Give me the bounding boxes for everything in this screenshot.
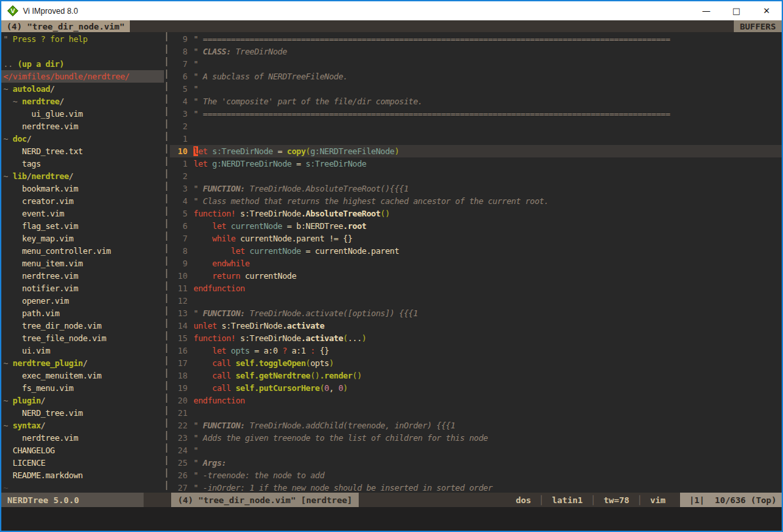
line-number: 1 (170, 133, 188, 145)
editor-line[interactable]: 5" (170, 83, 782, 95)
tree-item[interactable]: menu_controller.vim (1, 245, 164, 257)
editor-line[interactable]: 10 return currentNode (170, 270, 782, 282)
editor-line[interactable]: 14unlet s:TreeDirNode.activate (170, 319, 782, 332)
tab-tree-dir-node[interactable]: (4) "tree_dir_node.vim" (1, 20, 130, 32)
editor-line[interactable]: 6" A subclass of NERDTreeFileNode. (170, 70, 782, 83)
editor-line[interactable]: 26" -treenode: the node to add (170, 469, 782, 481)
editor-line[interactable]: 27" -inOrder: 1 if the new node should b… (170, 481, 782, 493)
editor-line[interactable]: 18 call self.getNerdtree().render() (170, 369, 782, 382)
tree-item[interactable]: ~ doc/ (1, 133, 164, 145)
tree-item[interactable]: CHANGELOG (1, 444, 164, 457)
tree-item[interactable]: .. (up a dir) (1, 58, 164, 70)
statusline-separator: │ (539, 495, 544, 505)
tree-item[interactable]: event.vim (1, 207, 164, 220)
editor-line[interactable]: 23" Adds the given treenode to the list … (170, 432, 782, 444)
editor-line[interactable]: 20endfunction (170, 394, 782, 407)
tree-root-item[interactable]: </vimfiles/bundle/nerdtree/ (1, 70, 164, 83)
editor-line[interactable]: 7" (170, 58, 782, 70)
editor-line[interactable]: 19 call self.putCursorHere(0, 0) (170, 382, 782, 394)
line-text: endfunction (188, 282, 245, 295)
tree-item[interactable]: notifier.vim (1, 282, 164, 295)
tree-item[interactable]: tree_dir_node.vim (1, 319, 164, 332)
line-number: 23 (170, 432, 188, 444)
tree-item[interactable]: bookmark.vim (1, 182, 164, 195)
editor-line[interactable]: 3" =====================================… (170, 108, 782, 120)
line-number: 9 (170, 33, 188, 45)
buffers-label: BUFFERS (734, 20, 782, 32)
tree-item[interactable]: tree_file_node.vim (1, 332, 164, 344)
tree-item[interactable]: ui.vim (1, 344, 164, 357)
window-separator[interactable] (164, 32, 170, 493)
editor-line[interactable]: 16 let opts = a:0 ? a:1 : {} (170, 344, 782, 357)
line-number: 2 (170, 120, 188, 133)
tree-item[interactable]: ~ (1, 481, 164, 493)
editor-line[interactable]: 2 (170, 170, 782, 182)
tree-item[interactable]: ~ nerdtree_plugin/ (1, 357, 164, 369)
tree-item[interactable]: nerdtree.vim (1, 270, 164, 282)
editor-line[interactable]: 15function! s:TreeDirNode.activate(...) (170, 332, 782, 344)
statusline-position-segment: |1| 10/636 (Top) (680, 493, 782, 507)
tree-item[interactable]: opener.vim (1, 295, 164, 307)
editor-line[interactable]: 8" CLASS: TreeDirNode (170, 45, 782, 58)
tree-item[interactable]: ~ syntax/ (1, 419, 164, 432)
line-number: 7 (170, 58, 188, 70)
statusline-separator: │ (637, 495, 643, 505)
editor-line[interactable]: 4" Class method that returns the highest… (170, 195, 782, 207)
tree-item[interactable]: nerdtree.vim (1, 432, 164, 444)
tree-item[interactable]: LICENCE (1, 457, 164, 469)
editor-line[interactable]: 1 (170, 133, 782, 145)
editor-line[interactable]: 12 (170, 295, 782, 307)
editor-line[interactable]: 8 let currentNode = currentNode.parent (170, 245, 782, 257)
tree-item[interactable]: creator.vim (1, 195, 164, 207)
tree-item[interactable]: path.vim (1, 307, 164, 319)
tree-item[interactable]: tags (1, 157, 164, 170)
line-text (188, 133, 193, 145)
editor-line[interactable]: 7 while currentNode.parent != {} (170, 232, 782, 245)
tree-item[interactable]: NERD_tree.txt (1, 145, 164, 157)
command-line[interactable] (1, 507, 782, 531)
editor-line-current[interactable]: 10let s:TreeDirNode = copy(g:NERDTreeFil… (170, 145, 782, 157)
editor-line[interactable]: 1let g:NERDTreeDirNode = s:TreeDirNode (170, 157, 782, 170)
statusline-info-segment: dos│latin1│tw=78│vim (359, 493, 673, 507)
tree-item[interactable]: fs_menu.vim (1, 382, 164, 394)
editor-line[interactable]: 9" =====================================… (170, 33, 782, 45)
minimize-button[interactable]: — (691, 1, 721, 20)
editor-line[interactable]: 25" Args: (170, 457, 782, 469)
tree-item[interactable] (1, 45, 164, 58)
tree-item[interactable]: menu_item.vim (1, 257, 164, 270)
editor-line[interactable]: 5function! s:TreeDirNode.AbsoluteTreeRoo… (170, 207, 782, 220)
editor-line[interactable]: 3" FUNCTION: TreeDirNode.AbsoluteTreeRoo… (170, 182, 782, 195)
statusline-nerdtree-segment: NERDTree 5.0.0 (1, 493, 144, 507)
tree-item[interactable]: ~ lib/nerdtree/ (1, 170, 164, 182)
editor-line[interactable]: 22" FUNCTION: TreeDirNode.addChild(treen… (170, 419, 782, 432)
line-text: " CLASS: TreeDirNode (188, 45, 287, 58)
line-number: 14 (170, 319, 188, 332)
tree-item[interactable]: " Press ? for help (1, 33, 164, 45)
maximize-button[interactable]: □ (721, 1, 752, 20)
tree-item[interactable]: key_map.vim (1, 232, 164, 245)
tree-item[interactable]: README.markdown (1, 469, 164, 481)
editor-line[interactable]: 9 endwhile (170, 257, 782, 270)
window-title: Vi IMproved 8.0 (23, 7, 78, 16)
editor-line[interactable]: 4" The 'composite' part of the file/dir … (170, 95, 782, 108)
line-number: 8 (170, 245, 188, 257)
editor-line[interactable]: 17 call self.toggleOpen(opts) (170, 357, 782, 369)
tree-item[interactable]: flag_set.vim (1, 220, 164, 232)
tree-item[interactable]: exec_menuitem.vim (1, 369, 164, 382)
editor-line[interactable]: 6 let currentNode = b:NERDTree.root (170, 220, 782, 232)
line-number: 19 (170, 382, 188, 394)
nerdtree-panel[interactable]: " Press ? for help.. (up a dir)</vimfile… (1, 32, 164, 493)
tree-item[interactable]: ~ nerdtree/ (1, 95, 164, 108)
tree-item[interactable]: NERD_tree.vim (1, 407, 164, 419)
tree-item[interactable]: ~ autoload/ (1, 83, 164, 95)
close-button[interactable]: ✕ (752, 1, 782, 20)
editor-line[interactable]: 13" FUNCTION: TreeDirNode.activate([opti… (170, 307, 782, 319)
tree-item[interactable]: ui_glue.vim (1, 108, 164, 120)
editor-line[interactable]: 2 (170, 120, 782, 133)
editor-line[interactable]: 24" (170, 444, 782, 457)
editor-area[interactable]: 9" =====================================… (170, 32, 782, 493)
editor-line[interactable]: 11endfunction (170, 282, 782, 295)
editor-line[interactable]: 21 (170, 407, 782, 419)
tree-item[interactable]: ~ plugin/ (1, 394, 164, 407)
tree-item[interactable]: nerdtree.vim (1, 120, 164, 133)
